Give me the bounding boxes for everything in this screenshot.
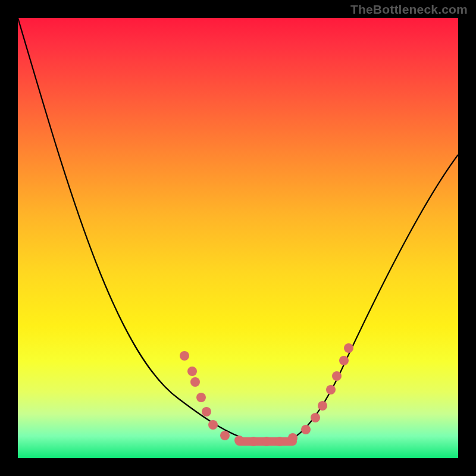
- data-marker: [190, 377, 200, 387]
- bottleneck-curve: [18, 18, 458, 440]
- data-marker: [202, 407, 211, 416]
- data-marker: [234, 436, 244, 445]
- data-marker: [344, 343, 353, 353]
- bottleneck-curve-svg: [18, 18, 458, 458]
- data-marker: [288, 433, 298, 443]
- data-marker: [318, 401, 327, 411]
- data-marker: [339, 356, 349, 365]
- data-marker: [311, 413, 320, 422]
- data-marker: [180, 351, 189, 361]
- data-marker: [326, 385, 336, 394]
- watermark-text: TheBottleneck.com: [350, 2, 468, 17]
- data-marker: [332, 371, 342, 381]
- data-marker: [249, 437, 258, 446]
- data-marker: [187, 367, 197, 376]
- plot-area: [18, 18, 458, 458]
- data-marker: [275, 437, 284, 446]
- data-marker: [301, 425, 311, 434]
- data-marker: [262, 437, 271, 446]
- chart-frame: TheBottleneck.com: [0, 0, 476, 476]
- data-marker: [196, 393, 206, 402]
- data-marker: [208, 420, 218, 430]
- marker-group: [180, 343, 353, 446]
- data-marker: [220, 431, 230, 440]
